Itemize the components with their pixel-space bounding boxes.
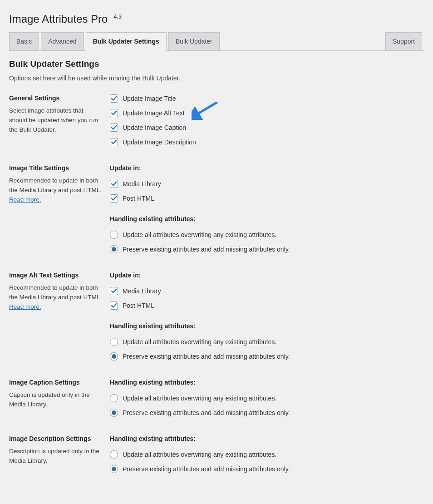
radio-icon [110, 231, 118, 239]
radio-icon [110, 352, 118, 361]
settings-table: General Settings Select image attributes… [9, 94, 424, 491]
row-image-caption-settings: Image Caption Settings Caption is update… [9, 379, 424, 435]
opt-description-preserve[interactable]: Preserve existing attributes and add mis… [110, 465, 424, 473]
opt-label: Update Image Title [123, 95, 176, 102]
radio-icon [110, 409, 118, 417]
alt-update-in-label: Update in: [110, 272, 424, 279]
row-image-title-settings: Image Title Settings Recommended to upda… [9, 164, 424, 272]
opt-alt-overwrite[interactable]: Update all attributes overwriting any ex… [110, 338, 424, 346]
read-more-link[interactable]: Read more. [9, 196, 41, 203]
alt-desc: Recommended to update in both the Media … [9, 283, 103, 312]
tab-bar: Basic Advanced Bulk Updater Settings Bul… [9, 32, 424, 51]
tab-advanced[interactable]: Advanced [41, 32, 84, 51]
opt-label: Preserve existing attributes and add mis… [123, 353, 290, 360]
opt-label: Media Library [123, 287, 161, 295]
opt-caption-overwrite[interactable]: Update all attributes overwriting any ex… [110, 394, 424, 402]
checkbox-icon [110, 194, 118, 203]
section-description: Options set here will be used while runn… [9, 74, 424, 82]
checkbox-icon [110, 138, 118, 146]
checkbox-icon [110, 180, 118, 188]
tab-support[interactable]: Support [385, 32, 422, 51]
opt-caption-preserve[interactable]: Preserve existing attributes and add mis… [110, 409, 424, 417]
opt-label: Media Library [123, 180, 161, 188]
opt-title-post-html[interactable]: Post HTML [110, 194, 424, 203]
title-handling-label: Handling existing attributes: [110, 215, 424, 222]
checkbox-icon [110, 301, 118, 310]
title-handling-group: Handling existing attributes: Update all… [110, 215, 424, 253]
opt-alt-preserve[interactable]: Preserve existing attributes and add mis… [110, 352, 424, 361]
caption-title: Image Caption Settings [9, 379, 103, 386]
radio-icon [110, 338, 118, 346]
tab-bulk-updater[interactable]: Bulk Updater [168, 32, 220, 51]
tab-basic[interactable]: Basic [9, 32, 39, 51]
general-title: General Settings [9, 94, 103, 102]
row-image-description-settings: Image Description Settings Description i… [9, 435, 424, 491]
title-title: Image Title Settings [9, 164, 103, 172]
title-update-in-group: Update in: Media Library Post HTML [110, 164, 424, 203]
radio-icon [110, 394, 118, 402]
title-desc: Recommended to update in both the Media … [9, 176, 103, 205]
checkbox-icon [110, 109, 118, 117]
caption-handling-group: Handling existing attributes: Update all… [110, 379, 424, 417]
alt-handling-label: Handling existing attributes: [110, 322, 424, 330]
opt-title-overwrite[interactable]: Update all attributes overwriting any ex… [110, 231, 424, 239]
radio-icon [110, 465, 118, 473]
alt-handling-group: Handling existing attributes: Update all… [110, 322, 424, 361]
opt-title-media-library[interactable]: Media Library [110, 180, 424, 188]
settings-page: Image Attributes Pro 4.3 Basic Advanced … [0, 0, 433, 504]
page-version: 4.3 [113, 13, 122, 20]
opt-label: Update Image Caption [123, 124, 186, 131]
page-title: Image Attributes Pro 4.3 [9, 13, 424, 25]
title-update-in-label: Update in: [110, 164, 424, 172]
description-title: Image Description Settings [9, 435, 103, 442]
radio-icon [110, 245, 118, 253]
opt-update-description[interactable]: Update Image Description [110, 138, 424, 146]
caption-handling-label: Handling existing attributes: [110, 379, 424, 386]
opt-description-overwrite[interactable]: Update all attributes overwriting any ex… [110, 450, 424, 459]
opt-label: Preserve existing attributes and add mis… [123, 409, 290, 416]
row-general-settings: General Settings Select image attributes… [9, 94, 424, 164]
opt-title-preserve[interactable]: Preserve existing attributes and add mis… [110, 245, 424, 253]
general-desc: Select image attributes that should be u… [9, 106, 103, 135]
page-title-text: Image Attributes Pro [9, 13, 108, 25]
general-options: Update Image Title Update Image Alt Text… [110, 94, 424, 146]
tab-bulk-updater-settings[interactable]: Bulk Updater Settings [86, 32, 167, 51]
opt-label: Update all attributes overwriting any ex… [123, 338, 276, 346]
opt-alt-post-html[interactable]: Post HTML [110, 301, 424, 310]
caption-desc: Caption is updated only in the Media Lib… [9, 390, 103, 410]
read-more-link[interactable]: Read more. [9, 303, 41, 310]
opt-label: Preserve existing attributes and add mis… [123, 246, 290, 253]
alt-desc-text: Recommended to update in both the Media … [9, 284, 102, 301]
alt-update-in-group: Update in: Media Library Post HTML [110, 272, 424, 310]
description-desc: Description is updated only in the Media… [9, 447, 103, 466]
checkbox-icon [110, 124, 118, 132]
opt-update-alt[interactable]: Update Image Alt Text [110, 109, 424, 117]
opt-alt-media-library[interactable]: Media Library [110, 287, 424, 295]
opt-label: Update all attributes overwriting any ex… [123, 231, 276, 238]
opt-label: Update Image Description [123, 138, 196, 146]
opt-update-title[interactable]: Update Image Title [110, 94, 424, 103]
opt-update-caption[interactable]: Update Image Caption [110, 124, 424, 132]
section-heading: Bulk Updater Settings [9, 59, 424, 69]
opt-label: Post HTML [123, 302, 154, 309]
opt-label: Update all attributes overwriting any ex… [123, 395, 276, 402]
opt-label: Update all attributes overwriting any ex… [123, 451, 276, 458]
row-image-alt-settings: Image Alt Text Settings Recommended to u… [9, 272, 424, 379]
title-desc-text: Recommended to update in both the Media … [9, 177, 102, 193]
opt-label: Update Image Alt Text [123, 109, 185, 117]
alt-title: Image Alt Text Settings [9, 272, 103, 279]
radio-icon [110, 450, 118, 459]
description-handling-group: Handling existing attributes: Update all… [110, 435, 424, 473]
opt-label: Preserve existing attributes and add mis… [123, 465, 290, 473]
checkbox-icon [110, 94, 118, 103]
opt-label: Post HTML [123, 195, 154, 202]
checkbox-icon [110, 287, 118, 295]
description-handling-label: Handling existing attributes: [110, 435, 424, 442]
